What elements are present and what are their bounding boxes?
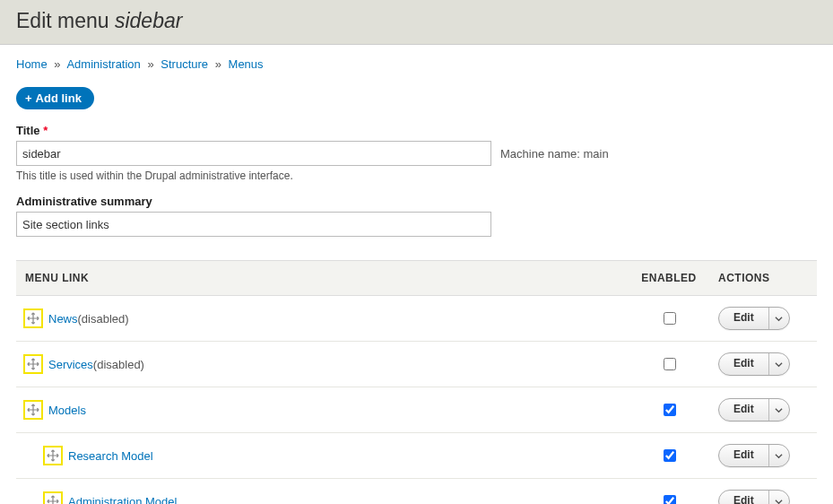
edit-button[interactable]: Edit — [718, 352, 790, 376]
enabled-checkbox[interactable] — [664, 404, 676, 416]
edit-button[interactable]: Edit — [718, 398, 790, 421]
disabled-tag: (disabled) — [78, 312, 129, 326]
breadcrumb-sep: » — [215, 57, 221, 71]
col-enabled: ENABLED — [629, 261, 709, 296]
page-title: Edit menu sidebar — [16, 9, 817, 33]
breadcrumb-administration[interactable]: Administration — [66, 57, 140, 71]
title-label: Title * — [16, 124, 817, 137]
disabled-tag: (disabled) — [93, 358, 144, 371]
table-row: Research ModelEdit — [16, 433, 817, 479]
enabled-checkbox[interactable] — [664, 449, 676, 462]
title-help: This title is used within the Drupal adm… — [16, 169, 817, 182]
enabled-checkbox[interactable] — [664, 358, 676, 370]
required-marker: * — [43, 124, 48, 137]
edit-button[interactable]: Edit — [718, 490, 790, 504]
add-link-button[interactable]: + Add link — [16, 87, 94, 109]
breadcrumb: Home » Administration » Structure » Menu… — [16, 57, 817, 71]
title-input[interactable] — [16, 141, 491, 166]
menu-link[interactable]: Research Model — [68, 449, 153, 463]
breadcrumb-sep: » — [54, 57, 60, 71]
title-field: Title * Machine name: main This title is… — [16, 124, 817, 182]
edit-button-label: Edit — [719, 353, 769, 375]
breadcrumb-sep: » — [147, 57, 153, 71]
page-title-em: sidebar — [115, 9, 182, 32]
drag-handle-icon[interactable] — [45, 493, 61, 504]
table-row: Services (disabled)Edit — [16, 342, 817, 387]
menu-link[interactable]: News — [48, 312, 78, 326]
edit-button-label: Edit — [719, 491, 769, 504]
edit-button-label: Edit — [719, 399, 769, 421]
page-title-prefix: Edit menu — [16, 9, 115, 32]
col-menu-link: MENU LINK — [16, 261, 629, 296]
breadcrumb-home[interactable]: Home — [16, 57, 48, 71]
menu-links-table: MENU LINK ENABLED ACTIONS News (disabled… — [16, 260, 817, 504]
table-row: Administration ModelEdit — [16, 479, 817, 505]
add-link-label: Add link — [36, 91, 82, 105]
table-row: ModelsEdit — [16, 387, 817, 433]
menu-link[interactable]: Services — [48, 358, 93, 371]
chevron-down-icon[interactable] — [769, 399, 789, 421]
machine-name: Machine name: main — [500, 147, 609, 161]
breadcrumb-structure[interactable]: Structure — [161, 57, 208, 71]
menu-link[interactable]: Models — [48, 404, 86, 417]
edit-button-label: Edit — [719, 308, 769, 329]
edit-button-label: Edit — [719, 445, 769, 466]
chevron-down-icon[interactable] — [769, 308, 789, 329]
drag-handle-icon[interactable] — [25, 402, 41, 418]
breadcrumb-menus[interactable]: Menus — [229, 57, 264, 71]
edit-button[interactable]: Edit — [718, 307, 790, 330]
summary-input[interactable] — [16, 212, 491, 237]
enabled-checkbox[interactable] — [664, 495, 676, 504]
chevron-down-icon[interactable] — [769, 491, 789, 504]
summary-label: Administrative summary — [16, 195, 817, 208]
col-actions: ACTIONS — [709, 261, 817, 296]
summary-field: Administrative summary — [16, 195, 817, 237]
edit-button[interactable]: Edit — [718, 444, 790, 467]
page-title-bar: Edit menu sidebar — [0, 0, 833, 45]
chevron-down-icon[interactable] — [769, 445, 789, 466]
drag-handle-icon[interactable] — [25, 356, 41, 372]
menu-link[interactable]: Administration Model — [68, 495, 177, 505]
drag-handle-icon[interactable] — [25, 310, 41, 326]
table-row: News (disabled)Edit — [16, 296, 817, 342]
plus-icon: + — [25, 91, 32, 105]
enabled-checkbox[interactable] — [664, 312, 676, 325]
drag-handle-icon[interactable] — [45, 448, 61, 464]
chevron-down-icon[interactable] — [769, 353, 789, 375]
